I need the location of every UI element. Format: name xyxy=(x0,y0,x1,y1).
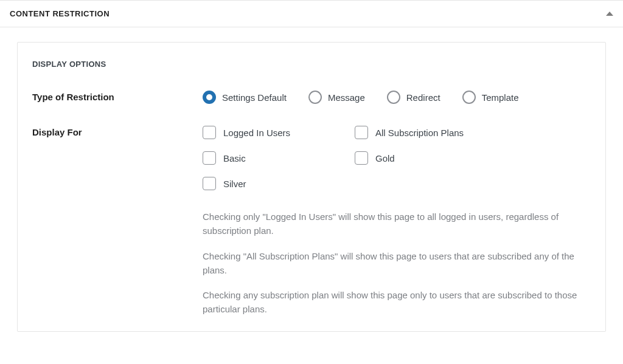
radio-settings-default[interactable]: Settings Default xyxy=(203,91,287,104)
radio-redirect[interactable]: Redirect xyxy=(387,91,440,104)
checkbox-silver[interactable]: Silver xyxy=(203,177,355,190)
radio-message[interactable]: Message xyxy=(308,91,365,104)
restriction-type-label: Type of Restriction xyxy=(32,91,203,102)
checkbox-icon xyxy=(203,177,216,190)
display-for-content: Logged In Users All Subscription Plans B… xyxy=(203,126,591,317)
checkbox-label: Silver xyxy=(223,179,246,189)
settings-box: DISPLAY OPTIONS Type of Restriction Sett… xyxy=(17,42,606,332)
checkbox-all-subscription-plans[interactable]: All Subscription Plans xyxy=(355,126,507,139)
restriction-type-radios: Settings Default Message Redirect Templa… xyxy=(203,91,591,104)
checkbox-label: Logged In Users xyxy=(223,128,290,138)
checkbox-icon xyxy=(203,126,216,139)
radio-template[interactable]: Template xyxy=(462,91,519,104)
checkbox-logged-in-users[interactable]: Logged In Users xyxy=(203,126,355,139)
panel-title: CONTENT RESTRICTION xyxy=(10,9,110,18)
radio-label: Settings Default xyxy=(222,92,287,103)
radio-icon xyxy=(203,91,216,104)
checkbox-icon xyxy=(203,151,216,165)
panel-header[interactable]: CONTENT RESTRICTION xyxy=(0,0,623,27)
display-for-row: Display For Logged In Users All Subscrip… xyxy=(32,126,591,317)
radio-label: Message xyxy=(328,92,365,103)
radio-icon xyxy=(308,91,322,104)
checkbox-basic[interactable]: Basic xyxy=(203,151,355,165)
help-text: Checking any subscription plan will show… xyxy=(203,288,591,317)
checkbox-icon xyxy=(355,151,368,165)
radio-icon xyxy=(462,91,476,104)
section-title: DISPLAY OPTIONS xyxy=(32,60,591,69)
collapse-icon xyxy=(606,12,613,16)
checkbox-label: Gold xyxy=(375,153,395,163)
display-for-label: Display For xyxy=(32,126,203,137)
radio-icon xyxy=(387,91,400,104)
panel-body: DISPLAY OPTIONS Type of Restriction Sett… xyxy=(0,27,623,338)
display-for-checkboxes: Logged In Users All Subscription Plans B… xyxy=(203,126,591,190)
radio-label: Redirect xyxy=(406,92,440,103)
checkbox-label: All Subscription Plans xyxy=(375,128,464,138)
radio-label: Template xyxy=(482,92,519,103)
checkbox-gold[interactable]: Gold xyxy=(355,151,507,165)
checkbox-icon xyxy=(355,126,368,139)
restriction-type-content: Settings Default Message Redirect Templa… xyxy=(203,91,591,104)
restriction-type-row: Type of Restriction Settings Default Mes… xyxy=(32,91,591,104)
help-text: Checking "All Subscription Plans" will s… xyxy=(203,249,591,278)
checkbox-label: Basic xyxy=(223,153,246,163)
help-text: Checking only "Logged In Users" will sho… xyxy=(203,210,591,238)
